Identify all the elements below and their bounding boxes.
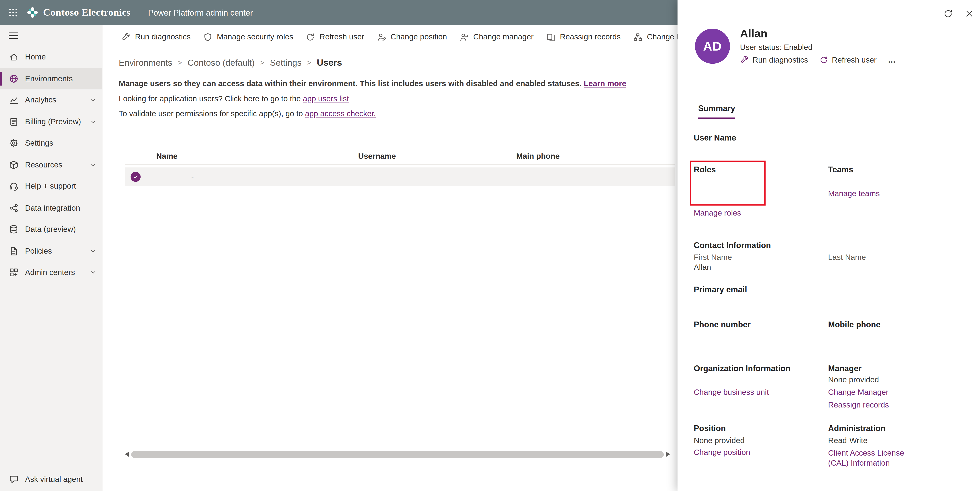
check-icon	[132, 174, 139, 180]
panel-close-button[interactable]	[964, 9, 974, 19]
ask-virtual-agent-button[interactable]: Ask virtual agent	[0, 467, 102, 491]
command-label: Reassign records	[560, 32, 621, 41]
table-header-row: Name Username Main phone	[125, 148, 675, 165]
sidebar-item-label: Analytics	[25, 96, 83, 105]
scroll-left-arrow[interactable]	[125, 452, 129, 457]
headset-icon	[9, 181, 19, 191]
column-header-main-phone[interactable]: Main phone	[512, 151, 675, 160]
change-manager-button[interactable]: Change manager	[460, 32, 534, 41]
run-diagnostics-button[interactable]: Run diagnostics	[121, 32, 191, 41]
table-row[interactable]: -	[125, 167, 675, 186]
shield-icon	[203, 32, 213, 41]
refresh-icon	[943, 9, 953, 19]
sidebar-item-label: Billing (Preview)	[25, 118, 83, 126]
sidebar-item-label: Environments	[25, 74, 97, 83]
panel-run-diagnostics-button[interactable]: Run diagnostics	[740, 56, 808, 64]
brand[interactable]: Contoso Electronics	[26, 6, 130, 19]
app-access-checker-link[interactable]: app access checker.	[305, 109, 376, 118]
sidebar-item-admin-centers[interactable]: Admin centers	[0, 262, 102, 283]
cal-information-link[interactable]: Client Access License (CAL) Information	[828, 448, 921, 468]
database-icon	[9, 224, 19, 235]
environments-icon	[9, 73, 19, 84]
sidebar-item-environments[interactable]: Environments	[0, 68, 102, 89]
ask-virtual-agent-label: Ask virtual agent	[25, 475, 83, 484]
chevron-down-icon	[89, 118, 97, 126]
refresh-icon	[306, 32, 315, 41]
row-name-cell: -	[153, 171, 354, 183]
user-status-text: User status: Enabled	[740, 43, 813, 52]
intro-text: Looking for application users? Click her…	[119, 94, 301, 103]
records-icon	[546, 32, 555, 41]
person-edit-icon	[377, 32, 386, 41]
column-header-name[interactable]: Name	[153, 151, 354, 160]
breadcrumb-settings[interactable]: Settings	[270, 57, 302, 67]
sidebar-item-label: Resources	[25, 160, 83, 169]
change-position-button[interactable]: Change position	[377, 32, 447, 41]
intro-line-3: To validate user permissions for specifi…	[119, 109, 376, 118]
sidebar-item-policies[interactable]: Policies	[0, 240, 102, 262]
user-details-panel: AD Allan User status: Enabled Run diagno…	[678, 0, 980, 491]
row-name-value: -	[156, 173, 194, 182]
panel-action-label: Refresh user	[832, 56, 877, 64]
refresh-icon	[819, 56, 828, 64]
panel-user-name: Allan	[740, 27, 767, 41]
refresh-user-button[interactable]: Refresh user	[306, 32, 364, 41]
manage-roles-link[interactable]: Manage roles	[694, 209, 741, 217]
command-label: Change position	[390, 32, 447, 41]
sidebar-item-data-integration[interactable]: Data integration	[0, 197, 102, 219]
breadcrumb-separator: >	[307, 59, 311, 66]
panel-refresh-button[interactable]	[943, 9, 953, 19]
position-value: None provided	[694, 436, 745, 445]
breadcrumb-environments[interactable]: Environments	[119, 57, 172, 67]
sidebar-item-resources[interactable]: Resources	[0, 154, 102, 176]
breadcrumb-contoso-default[interactable]: Contoso (default)	[188, 57, 255, 67]
scrollbar-thumb[interactable]	[131, 451, 664, 458]
scroll-right-arrow[interactable]	[666, 452, 670, 457]
app-title: Power Platform admin center	[148, 8, 253, 17]
billing-icon	[9, 117, 19, 127]
manage-security-roles-button[interactable]: Manage security roles	[203, 32, 293, 41]
command-label: Change manager	[473, 32, 534, 41]
chat-icon	[9, 474, 19, 484]
intro-line-1: Manage users so they can access data wit…	[119, 79, 626, 88]
sidebar-item-help-support[interactable]: Help + support	[0, 176, 102, 197]
sidebar-item-billing[interactable]: Billing (Preview)	[0, 111, 102, 132]
selected-checkbox[interactable]	[130, 172, 140, 182]
app-users-list-link[interactable]: app users list	[303, 94, 349, 103]
change-business-unit-link[interactable]: Change business unit	[694, 388, 769, 397]
tab-summary[interactable]: Summary	[698, 104, 735, 119]
sidebar-toggle-button[interactable]	[0, 25, 102, 46]
sidebar-item-analytics[interactable]: Analytics	[0, 89, 102, 111]
document-icon	[9, 246, 19, 256]
first-name-label: First Name	[694, 253, 732, 262]
chevron-down-icon	[89, 97, 97, 104]
administration-value: Read-Write	[828, 436, 867, 445]
column-header-username[interactable]: Username	[354, 151, 512, 160]
manage-teams-link[interactable]: Manage teams	[828, 189, 880, 198]
breadcrumb-separator: >	[178, 59, 182, 66]
sidebar-item-label: Policies	[25, 247, 83, 256]
learn-more-link[interactable]: Learn more	[584, 79, 626, 88]
sidebar-item-data-preview[interactable]: Data (preview)	[0, 219, 102, 240]
change-manager-link[interactable]: Change Manager	[828, 388, 888, 397]
first-name-value: Allan	[694, 263, 711, 272]
organization-information-heading: Organization Information	[694, 364, 791, 373]
position-heading: Position	[694, 424, 726, 433]
last-name-label: Last Name	[828, 253, 866, 262]
more-actions-button[interactable]: …	[888, 56, 897, 64]
administration-heading: Administration	[828, 424, 885, 433]
change-position-link[interactable]: Change position	[694, 448, 750, 457]
manager-heading: Manager	[828, 364, 862, 373]
reassign-records-link[interactable]: Reassign records	[828, 400, 889, 409]
wrench-icon	[121, 32, 130, 41]
avatar: AD	[695, 29, 730, 64]
panel-refresh-user-button[interactable]: Refresh user	[819, 56, 877, 64]
sidebar-item-settings[interactable]: Settings	[0, 132, 102, 154]
mobile-phone-heading: Mobile phone	[828, 320, 880, 329]
app-launcher-button[interactable]	[0, 0, 26, 25]
sidebar-item-label: Settings	[25, 139, 97, 148]
sidebar-item-home[interactable]: Home	[0, 46, 102, 68]
contoso-logo-icon	[26, 6, 39, 19]
home-icon	[9, 52, 19, 62]
reassign-records-button[interactable]: Reassign records	[546, 32, 621, 41]
